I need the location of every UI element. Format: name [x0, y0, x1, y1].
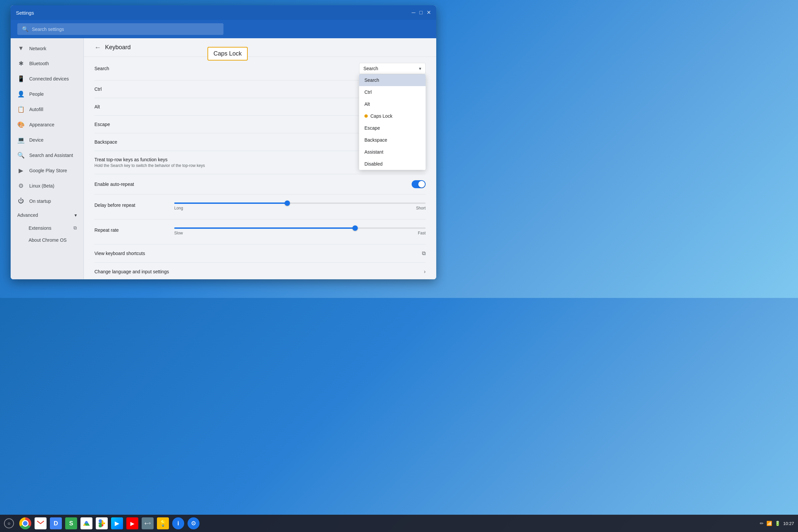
search-icon: 🔍 [22, 26, 28, 32]
dropdown-item-escape[interactable]: Escape [359, 122, 425, 134]
dropdown-item-alt[interactable]: Alt [359, 98, 425, 110]
sidebar-label-appearance: Appearance [29, 122, 55, 127]
dropdown-item-search-label: Search [364, 77, 379, 83]
chevron-right-icon: › [424, 269, 425, 274]
dropdown-item-search[interactable]: Search [359, 74, 425, 86]
sidebar-item-on-startup[interactable]: ⏻ On startup [11, 193, 83, 208]
sidebar-item-people[interactable]: 👤 People [11, 87, 83, 102]
external-link-icon: ⧉ [74, 225, 77, 231]
close-button[interactable]: ✕ [426, 10, 431, 15]
search-key-dropdown-wrapper: Search ▾ Search Ctrl Al [359, 63, 425, 74]
dropdown-item-backspace-label: Backspace [364, 137, 387, 142]
caps-lock-dot [364, 114, 368, 118]
repeat-rate-label: Repeat rate [94, 227, 161, 233]
sidebar-label-network: Network [29, 46, 46, 51]
sidebar: ▼ Network ✱ Bluetooth 📱 Connected device… [11, 38, 84, 279]
search-input[interactable] [32, 26, 219, 32]
delay-long-label: Long [174, 206, 183, 210]
window-title: Settings [16, 10, 34, 16]
main-layout: ▼ Network ✱ Bluetooth 📱 Connected device… [11, 38, 436, 279]
search-bar[interactable]: 🔍 [17, 23, 224, 35]
article-icon: 📋 [17, 106, 25, 113]
advanced-label: Advanced [17, 212, 38, 218]
delay-slider-row: Delay before repeat Long Short [94, 197, 425, 213]
sidebar-label-autofill: Autofill [29, 107, 43, 112]
sidebar-item-linux[interactable]: ⚙ Linux (Beta) [11, 178, 83, 193]
sidebar-item-autofill[interactable]: 📋 Autofill [11, 102, 83, 117]
palette-icon: 🎨 [17, 121, 25, 128]
settings-window: Settings ─ □ ✕ 🔍 ▼ Network ✱ Bluetooth [11, 5, 436, 279]
search-key-dropdown[interactable]: Search ▾ [359, 63, 425, 74]
dropdown-item-disabled-label: Disabled [364, 161, 382, 167]
minimize-button[interactable]: ─ [412, 10, 415, 15]
toggle-knob [418, 181, 425, 188]
repeat-rate-slider-container: Slow Fast [161, 225, 425, 235]
search-nav-icon: 🔍 [17, 152, 25, 159]
sidebar-label-connected: Connected devices [29, 76, 69, 81]
dropdown-item-caps-label: Caps Lock [370, 113, 392, 119]
delay-slider-thumb [285, 201, 290, 206]
dropdown-item-disabled[interactable]: Disabled [359, 158, 425, 170]
sidebar-label-search: Search and Assistant [29, 153, 73, 158]
page-title: Keyboard [105, 44, 131, 51]
auto-repeat-row: Enable auto-repeat [94, 174, 425, 194]
delay-slider-track[interactable] [174, 203, 425, 204]
dropdown-item-backspace[interactable]: Backspace [359, 134, 425, 146]
shortcuts-label: View keyboard shortcuts [94, 251, 145, 256]
search-key-label: Search [94, 66, 359, 71]
auto-repeat-label: Enable auto-repeat [94, 182, 412, 187]
sidebar-label-startup: On startup [29, 198, 51, 204]
caps-lock-callout: Caps Lock [208, 47, 248, 60]
delay-label: Delay before repeat [94, 203, 161, 208]
dropdown-item-assistant[interactable]: Assistant [359, 146, 425, 158]
keyboard-settings: Search Caps Lock Search ▾ Sear [84, 57, 436, 279]
titlebar: Settings ─ □ ✕ [11, 5, 436, 20]
power-icon: ⏻ [17, 197, 25, 205]
sidebar-item-appearance[interactable]: 🎨 Appearance [11, 117, 83, 132]
sidebar-item-about[interactable]: About Chrome OS [11, 234, 83, 246]
delay-slider-fill [174, 203, 287, 204]
repeat-rate-slider-track[interactable] [174, 227, 425, 229]
shortcuts-row[interactable]: View keyboard shortcuts ⧉ [94, 244, 425, 263]
play-icon: ▶ [17, 167, 25, 174]
back-button[interactable]: ← [94, 43, 101, 51]
repeat-rate-slider-thumb [353, 225, 358, 231]
sidebar-item-connected-devices[interactable]: 📱 Connected devices [11, 71, 83, 87]
language-label: Change language and input settings [94, 269, 169, 274]
content-area: ← Keyboard Search Caps Lock Search ▾ [84, 38, 436, 279]
laptop-icon: 💻 [17, 136, 25, 144]
dropdown-item-caps-lock[interactable]: Caps Lock [359, 110, 425, 122]
sidebar-label-bluetooth: Bluetooth [29, 61, 49, 66]
sidebar-item-extensions[interactable]: Extensions ⧉ [11, 222, 83, 234]
auto-repeat-toggle[interactable] [412, 180, 425, 188]
dropdown-item-alt-label: Alt [364, 101, 370, 107]
repeat-rate-slider-labels: Slow Fast [174, 231, 425, 235]
external-link-icon: ⧉ [422, 250, 425, 256]
dropdown-selected-value: Search [363, 66, 378, 71]
dropdown-item-assistant-label: Assistant [364, 149, 383, 155]
extensions-label: Extensions [28, 225, 51, 231]
chevron-down-icon: ▾ [75, 212, 77, 218]
sidebar-label-linux: Linux (Beta) [29, 183, 54, 189]
sidebar-item-device[interactable]: 💻 Device [11, 132, 83, 148]
sidebar-item-network[interactable]: ▼ Network [11, 41, 83, 56]
advanced-section-header[interactable]: Advanced ▾ [11, 208, 83, 222]
dropdown-arrow-icon: ▾ [419, 66, 421, 71]
linux-icon: ⚙ [17, 182, 25, 190]
delay-short-label: Short [416, 206, 425, 210]
sidebar-item-google-play[interactable]: ▶ Google Play Store [11, 163, 83, 178]
dropdown-item-escape-label: Escape [364, 125, 380, 131]
person-icon: 👤 [17, 91, 25, 98]
sidebar-item-bluetooth[interactable]: ✱ Bluetooth [11, 56, 83, 71]
language-row[interactable]: Change language and input settings › [94, 263, 425, 279]
repeat-fast-label: Fast [418, 231, 425, 235]
sidebar-label-device: Device [29, 137, 43, 142]
repeat-rate-slider-area: Repeat rate Slow Fast [94, 220, 425, 244]
repeat-rate-slider-fill [174, 227, 355, 229]
maximize-button[interactable]: □ [419, 10, 423, 15]
dropdown-item-ctrl[interactable]: Ctrl [359, 86, 425, 98]
repeat-slow-label: Slow [174, 231, 183, 235]
phone-icon: 📱 [17, 75, 25, 82]
sidebar-item-search-assistant[interactable]: 🔍 Search and Assistant [11, 148, 83, 163]
delay-slider-area: Delay before repeat Long Short [94, 194, 425, 220]
